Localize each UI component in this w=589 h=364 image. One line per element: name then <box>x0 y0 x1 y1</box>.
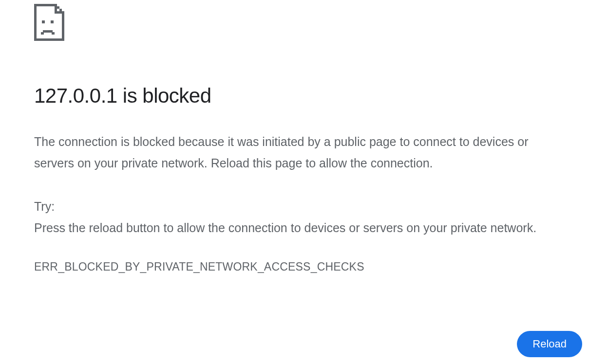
error-suggestions: Try: Press the reload button to allow th… <box>34 196 555 239</box>
error-title: 127.0.0.1 is blocked <box>34 84 555 108</box>
svg-rect-13 <box>52 32 55 35</box>
svg-rect-1 <box>34 4 37 41</box>
svg-rect-9 <box>42 20 45 23</box>
svg-rect-8 <box>62 11 64 14</box>
svg-rect-3 <box>62 14 64 41</box>
try-label: Try: <box>34 196 555 218</box>
error-icon-container <box>34 4 555 41</box>
svg-rect-6 <box>57 6 59 9</box>
svg-rect-7 <box>59 9 62 11</box>
sad-file-icon <box>34 4 64 41</box>
svg-rect-12 <box>41 32 44 35</box>
svg-rect-2 <box>34 38 64 41</box>
try-suggestion: Press the reload button to allow the con… <box>34 217 555 239</box>
svg-rect-0 <box>34 4 55 6</box>
error-code: ERR_BLOCKED_BY_PRIVATE_NETWORK_ACCESS_CH… <box>34 260 555 273</box>
svg-rect-11 <box>43 30 53 33</box>
reload-button[interactable]: Reload <box>517 331 582 357</box>
error-description: The connection is blocked because it was… <box>34 131 555 174</box>
svg-rect-10 <box>51 20 54 23</box>
error-page-content: 127.0.0.1 is blocked The connection is b… <box>0 0 589 273</box>
